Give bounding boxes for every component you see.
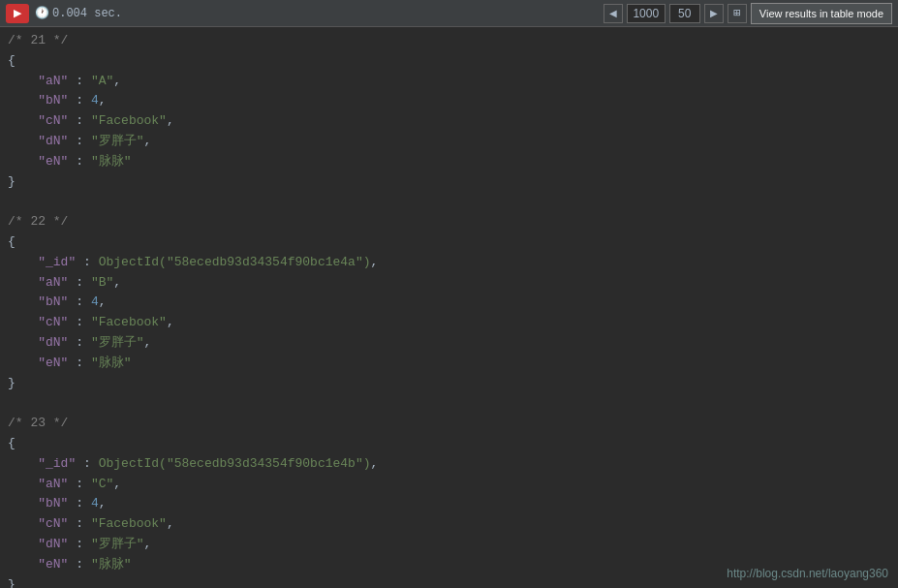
record-close-brace: } (8, 374, 890, 394)
record-field: "cN" : "Facebook", (8, 111, 890, 132)
record-field: "bN" : 4, (8, 494, 890, 514)
json-output: /* 21 */{ "aN" : "A", "bN" : 4, "cN" : "… (8, 31, 890, 588)
toolbar-left: ▶ 🕐 0.004 sec. (6, 4, 596, 23)
record-id: "_id" : ObjectId("58ecedb93d34354f90bc1e… (8, 454, 890, 475)
record-field: "eN" : "脉脉" (8, 354, 890, 374)
record-open-brace: { (8, 51, 890, 72)
record-open-brace: { (8, 434, 890, 454)
record-field: "dN" : "罗胖子", (8, 535, 890, 555)
page-input[interactable] (627, 4, 666, 23)
clock-icon: 🕐 (35, 7, 48, 20)
record-comment: /* 23 */ (8, 414, 890, 434)
record-spacer (8, 393, 890, 414)
record-field: "aN" : "C", (8, 475, 890, 495)
record-comment: /* 22 */ (8, 212, 890, 232)
grid-icon[interactable]: ⊞ (728, 4, 747, 23)
json-content: /* 21 */{ "aN" : "A", "bN" : 4, "cN" : "… (0, 27, 898, 588)
record-field: "dN" : "罗胖子", (8, 333, 890, 354)
page-size-input[interactable] (669, 4, 700, 23)
record-field: "cN" : "Facebook", (8, 313, 890, 333)
run-button[interactable]: ▶ (6, 4, 29, 23)
record-field: "aN" : "B", (8, 273, 890, 294)
time-badge: 🕐 0.004 sec. (35, 7, 122, 20)
record-spacer (8, 192, 890, 212)
prev-page-button[interactable]: ◀ (604, 4, 623, 23)
record-close-brace: } (8, 172, 890, 193)
record-field: "dN" : "罗胖子", (8, 132, 890, 152)
record-field: "bN" : 4, (8, 293, 890, 313)
record-field: "bN" : 4, (8, 91, 890, 111)
toolbar: ▶ 🕐 0.004 sec. ◀ ▶ ⊞ View results in tab… (0, 0, 898, 27)
record-comment: /* 21 */ (8, 31, 890, 51)
record-open-brace: { (8, 232, 890, 253)
record-field: "cN" : "Facebook", (8, 514, 890, 535)
watermark: http://blog.csdn.net/laoyang360 (727, 567, 888, 580)
toolbar-right: ◀ ▶ ⊞ View results in table mode (604, 3, 892, 24)
record-field: "eN" : "脉脉" (8, 152, 890, 172)
record-id: "_id" : ObjectId("58ecedb93d34354f90bc1e… (8, 253, 890, 273)
next-page-button[interactable]: ▶ (704, 4, 724, 23)
time-text: 0.004 sec. (52, 7, 122, 20)
table-mode-button[interactable]: View results in table mode (751, 3, 892, 24)
record-field: "aN" : "A", (8, 72, 890, 92)
